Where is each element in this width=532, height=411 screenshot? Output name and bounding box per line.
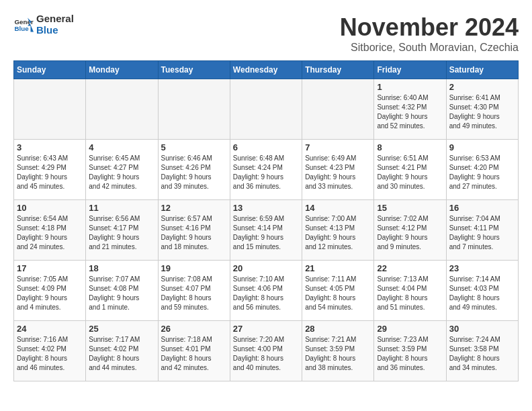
calendar-header-row: SundayMondayTuesdayWednesdayThursdayFrid… (14, 61, 519, 79)
day-info: Sunrise: 7:00 AM Sunset: 4:13 PM Dayligh… (305, 214, 371, 252)
month-title: November 2024 (340, 13, 519, 42)
day-number: 20 (233, 263, 299, 273)
day-info: Sunrise: 6:41 AM Sunset: 4:30 PM Dayligh… (449, 93, 515, 131)
day-number: 15 (377, 203, 443, 213)
day-info: Sunrise: 7:24 AM Sunset: 3:58 PM Dayligh… (449, 335, 515, 373)
calendar-cell: 19Sunrise: 7:08 AM Sunset: 4:07 PM Dayli… (158, 261, 230, 321)
calendar-cell (158, 79, 230, 140)
calendar-cell: 17Sunrise: 7:05 AM Sunset: 4:09 PM Dayli… (14, 261, 86, 321)
calendar-cell: 21Sunrise: 7:11 AM Sunset: 4:05 PM Dayli… (302, 261, 374, 321)
day-info: Sunrise: 6:43 AM Sunset: 4:29 PM Dayligh… (17, 154, 83, 191)
svg-text:Blue: Blue (15, 25, 30, 32)
day-info: Sunrise: 7:13 AM Sunset: 4:04 PM Dayligh… (377, 275, 443, 312)
calendar-cell (302, 79, 374, 140)
calendar-cell: 16Sunrise: 7:04 AM Sunset: 4:11 PM Dayli… (446, 200, 518, 261)
day-number: 12 (161, 203, 227, 213)
calendar-cell: 5Sunrise: 6:46 AM Sunset: 4:26 PM Daylig… (158, 140, 230, 200)
day-number: 25 (89, 324, 154, 334)
day-number: 16 (449, 203, 515, 213)
day-number: 7 (305, 142, 371, 152)
logo-blue: Blue (36, 25, 74, 36)
day-number: 28 (305, 324, 371, 334)
day-number: 8 (377, 142, 443, 152)
location-title: Sitborice, South Moravian, Czechia (340, 42, 519, 54)
day-info: Sunrise: 7:05 AM Sunset: 4:09 PM Dayligh… (17, 275, 83, 312)
day-info: Sunrise: 7:10 AM Sunset: 4:06 PM Dayligh… (233, 275, 299, 312)
logo: General Blue General Blue (13, 13, 74, 36)
day-info: Sunrise: 7:23 AM Sunset: 3:59 PM Dayligh… (377, 335, 443, 373)
weekday-header: Tuesday (158, 61, 230, 79)
weekday-header: Wednesday (230, 61, 302, 79)
calendar-cell (14, 79, 86, 140)
day-number: 14 (305, 203, 371, 213)
calendar-cell: 29Sunrise: 7:23 AM Sunset: 3:59 PM Dayli… (374, 321, 446, 381)
calendar-cell: 26Sunrise: 7:18 AM Sunset: 4:01 PM Dayli… (158, 321, 230, 381)
day-info: Sunrise: 7:18 AM Sunset: 4:01 PM Dayligh… (161, 335, 227, 373)
day-number: 13 (233, 203, 299, 213)
calendar-week-row: 3Sunrise: 6:43 AM Sunset: 4:29 PM Daylig… (14, 140, 519, 200)
logo-general: General (36, 13, 74, 25)
calendar-cell: 9Sunrise: 6:53 AM Sunset: 4:20 PM Daylig… (446, 140, 518, 200)
calendar-cell: 23Sunrise: 7:14 AM Sunset: 4:03 PM Dayli… (446, 261, 518, 321)
day-info: Sunrise: 7:14 AM Sunset: 4:03 PM Dayligh… (449, 275, 515, 312)
day-info: Sunrise: 7:08 AM Sunset: 4:07 PM Dayligh… (161, 275, 227, 312)
day-info: Sunrise: 6:57 AM Sunset: 4:16 PM Dayligh… (161, 214, 227, 252)
calendar-cell (86, 79, 158, 140)
calendar-body: 1Sunrise: 6:40 AM Sunset: 4:32 PM Daylig… (14, 79, 519, 381)
calendar-cell: 24Sunrise: 7:16 AM Sunset: 4:02 PM Dayli… (14, 321, 86, 381)
day-info: Sunrise: 7:07 AM Sunset: 4:08 PM Dayligh… (89, 275, 154, 312)
day-info: Sunrise: 6:40 AM Sunset: 4:32 PM Dayligh… (377, 93, 443, 131)
calendar-cell: 11Sunrise: 6:56 AM Sunset: 4:17 PM Dayli… (86, 200, 158, 261)
calendar-table: SundayMondayTuesdayWednesdayThursdayFrid… (13, 60, 519, 381)
calendar-cell: 14Sunrise: 7:00 AM Sunset: 4:13 PM Dayli… (302, 200, 374, 261)
calendar-cell: 22Sunrise: 7:13 AM Sunset: 4:04 PM Dayli… (374, 261, 446, 321)
day-number: 10 (17, 203, 83, 213)
logo-icon: General Blue (13, 17, 34, 33)
day-number: 27 (233, 324, 299, 334)
calendar-cell: 4Sunrise: 6:45 AM Sunset: 4:27 PM Daylig… (86, 140, 158, 200)
day-info: Sunrise: 6:54 AM Sunset: 4:18 PM Dayligh… (17, 214, 83, 252)
calendar-cell: 7Sunrise: 6:49 AM Sunset: 4:23 PM Daylig… (302, 140, 374, 200)
calendar-week-row: 1Sunrise: 6:40 AM Sunset: 4:32 PM Daylig… (14, 79, 519, 140)
day-number: 3 (17, 142, 83, 152)
day-info: Sunrise: 6:59 AM Sunset: 4:14 PM Dayligh… (233, 214, 299, 252)
day-number: 22 (377, 263, 443, 273)
day-info: Sunrise: 6:56 AM Sunset: 4:17 PM Dayligh… (89, 214, 154, 252)
day-number: 23 (449, 263, 515, 273)
day-number: 24 (17, 324, 83, 334)
calendar-cell: 2Sunrise: 6:41 AM Sunset: 4:30 PM Daylig… (446, 79, 518, 140)
calendar-cell: 28Sunrise: 7:21 AM Sunset: 3:59 PM Dayli… (302, 321, 374, 381)
calendar-cell: 15Sunrise: 7:02 AM Sunset: 4:12 PM Dayli… (374, 200, 446, 261)
weekday-header: Saturday (446, 61, 518, 79)
day-number: 1 (377, 82, 443, 92)
day-info: Sunrise: 7:16 AM Sunset: 4:02 PM Dayligh… (17, 335, 83, 373)
calendar-week-row: 17Sunrise: 7:05 AM Sunset: 4:09 PM Dayli… (14, 261, 519, 321)
calendar-cell: 6Sunrise: 6:48 AM Sunset: 4:24 PM Daylig… (230, 140, 302, 200)
calendar-cell: 27Sunrise: 7:20 AM Sunset: 4:00 PM Dayli… (230, 321, 302, 381)
day-info: Sunrise: 6:48 AM Sunset: 4:24 PM Dayligh… (233, 154, 299, 191)
calendar-cell (230, 79, 302, 140)
weekday-header: Sunday (14, 61, 86, 79)
day-info: Sunrise: 6:49 AM Sunset: 4:23 PM Dayligh… (305, 154, 371, 191)
day-info: Sunrise: 6:51 AM Sunset: 4:21 PM Dayligh… (377, 154, 443, 191)
day-info: Sunrise: 7:20 AM Sunset: 4:00 PM Dayligh… (233, 335, 299, 373)
day-number: 21 (305, 263, 371, 273)
day-number: 26 (161, 324, 227, 334)
day-number: 17 (17, 263, 83, 273)
weekday-header: Monday (86, 61, 158, 79)
calendar-cell: 20Sunrise: 7:10 AM Sunset: 4:06 PM Dayli… (230, 261, 302, 321)
weekday-header: Friday (374, 61, 446, 79)
title-section: November 2024 Sitborice, South Moravian,… (340, 13, 519, 54)
calendar-cell: 12Sunrise: 6:57 AM Sunset: 4:16 PM Dayli… (158, 200, 230, 261)
day-number: 18 (89, 263, 154, 273)
calendar-cell: 30Sunrise: 7:24 AM Sunset: 3:58 PM Dayli… (446, 321, 518, 381)
day-info: Sunrise: 6:53 AM Sunset: 4:20 PM Dayligh… (449, 154, 515, 191)
day-number: 11 (89, 203, 154, 213)
day-number: 29 (377, 324, 443, 334)
day-info: Sunrise: 7:17 AM Sunset: 4:02 PM Dayligh… (89, 335, 154, 373)
calendar-cell: 13Sunrise: 6:59 AM Sunset: 4:14 PM Dayli… (230, 200, 302, 261)
day-number: 30 (449, 324, 515, 334)
calendar-cell: 25Sunrise: 7:17 AM Sunset: 4:02 PM Dayli… (86, 321, 158, 381)
day-number: 9 (449, 142, 515, 152)
day-number: 6 (233, 142, 299, 152)
